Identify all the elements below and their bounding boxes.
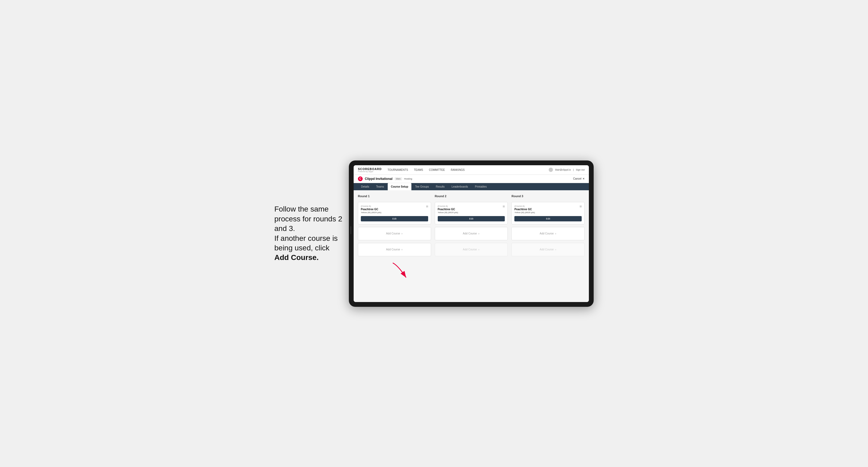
edit-course-button-r3[interactable]: Edit bbox=[514, 216, 582, 221]
add-course-card-r3-slot1[interactable]: Add Course + bbox=[512, 227, 585, 240]
nav-user-area: blair@clippd.io | Sign out bbox=[549, 168, 585, 172]
add-course-card-r1-slot2[interactable]: Add Course + bbox=[358, 243, 431, 256]
sub-header: C Clippd Invitational Men Hosting Cancel… bbox=[354, 175, 589, 183]
add-course-label-r3: Add Course bbox=[540, 232, 554, 235]
rounds-grid: Round 1 (Course A) Peachtree GC Yellow (… bbox=[358, 194, 585, 256]
tab-teams[interactable]: Teams bbox=[373, 183, 387, 190]
tablet-device: SCOREBOARD Powered by clippd TOURNAMENTS… bbox=[349, 160, 594, 307]
close-icon: ✕ bbox=[583, 177, 585, 180]
round-3-label: Round 3 bbox=[512, 194, 585, 198]
nav-links: TOURNAMENTS TEAMS COMMITTEE RANKINGS bbox=[387, 168, 549, 172]
round-2-column: Round 2 (Course A) Peachtree GC Yellow (… bbox=[435, 194, 508, 256]
delete-course-icon-r3[interactable]: ⊠ bbox=[580, 205, 582, 208]
edit-course-button-r2[interactable]: Edit bbox=[438, 216, 505, 221]
main-content: Round 1 (Course A) Peachtree GC Yellow (… bbox=[354, 190, 589, 302]
nav-teams[interactable]: TEAMS bbox=[413, 168, 424, 172]
course-name-r2: Peachtree GC bbox=[438, 208, 458, 211]
instruction-panel: Follow the same process for rounds 2 and… bbox=[274, 205, 349, 262]
nav-committee[interactable]: COMMITTEE bbox=[428, 168, 445, 172]
round-3-course-card: (Course A) Peachtree GC Yellow (M) (6629… bbox=[512, 202, 585, 224]
course-info-r3: (Course A) Peachtree GC Yellow (M) (6629… bbox=[514, 205, 535, 216]
add-course-plus-icon-r3-2: + bbox=[555, 248, 556, 251]
top-navigation: SCOREBOARD Powered by clippd TOURNAMENTS… bbox=[354, 165, 589, 175]
add-course-label: Add Course bbox=[386, 232, 400, 235]
add-course-label-2: Add Course bbox=[386, 248, 400, 251]
tournament-name: Clippd Invitational bbox=[365, 177, 393, 181]
round-1-course-card: (Course A) Peachtree GC Yellow (M) (6629… bbox=[358, 202, 431, 224]
round-1-label: Round 1 bbox=[358, 194, 431, 198]
clippd-logo: C bbox=[358, 177, 363, 181]
course-card-header: (Course A) Peachtree GC Yellow (M) (6629… bbox=[361, 205, 428, 216]
add-course-plus-icon-r3: + bbox=[555, 232, 556, 235]
tablet-screen: SCOREBOARD Powered by clippd TOURNAMENTS… bbox=[354, 165, 589, 302]
course-info: (Course A) Peachtree GC Yellow (M) (6629… bbox=[361, 205, 381, 216]
course-info-r2: (Course A) Peachtree GC Yellow (M) (6629… bbox=[438, 205, 458, 216]
course-card-header-r2: (Course A) Peachtree GC Yellow (M) (6629… bbox=[438, 205, 505, 216]
gender-badge: Men bbox=[395, 177, 402, 180]
edit-course-button-r1[interactable]: Edit bbox=[361, 216, 428, 221]
course-details-r2: Yellow (M) (6629 yds) bbox=[438, 211, 458, 214]
round-2-course-card: (Course A) Peachtree GC Yellow (M) (6629… bbox=[435, 202, 508, 224]
course-name-r3: Peachtree GC bbox=[514, 208, 535, 211]
course-details: Yellow (M) (6629 yds) bbox=[361, 211, 381, 214]
user-email: blair@clippd.io bbox=[555, 168, 571, 171]
add-course-card-r2-slot2: Add Course + bbox=[435, 243, 508, 256]
course-card-header-r3: (Course A) Peachtree GC Yellow (M) (6629… bbox=[514, 205, 582, 216]
add-course-plus-icon: + bbox=[401, 232, 403, 235]
add-course-label-r2: Add Course bbox=[463, 232, 477, 235]
tab-details[interactable]: Details bbox=[358, 183, 373, 190]
round-1-column: Round 1 (Course A) Peachtree GC Yellow (… bbox=[358, 194, 431, 256]
logo-subtitle: Powered by clippd bbox=[358, 170, 381, 173]
course-tag-r3: (Course A) bbox=[514, 205, 535, 207]
tab-results[interactable]: Results bbox=[433, 183, 448, 190]
delete-course-icon-r2[interactable]: ⊠ bbox=[503, 205, 505, 208]
sign-out-link[interactable]: Sign out bbox=[576, 168, 585, 171]
course-tag-r2: (Course A) bbox=[438, 205, 458, 207]
add-course-card-r2-slot1[interactable]: Add Course + bbox=[435, 227, 508, 240]
instruction-text: Follow the same process for rounds 2 and… bbox=[274, 205, 342, 261]
round-3-column: Round 3 (Course A) Peachtree GC Yellow (… bbox=[512, 194, 585, 256]
add-course-card-r3-slot2: Add Course + bbox=[512, 243, 585, 256]
tab-printables[interactable]: Printables bbox=[472, 183, 490, 190]
user-avatar bbox=[549, 168, 553, 172]
course-details-r3: Yellow (M) (6629 yds) bbox=[514, 211, 535, 214]
tab-tee-groups[interactable]: Tee Groups bbox=[412, 183, 432, 190]
add-course-plus-icon-r2-2: + bbox=[478, 248, 479, 251]
delete-course-icon[interactable]: ⊠ bbox=[426, 205, 428, 208]
add-course-card-r1-slot1[interactable]: Add Course + bbox=[358, 227, 431, 240]
cancel-button[interactable]: Cancel ✕ bbox=[573, 177, 585, 180]
tab-course-setup[interactable]: Course Setup bbox=[388, 183, 411, 190]
tab-leaderboards[interactable]: Leaderboards bbox=[448, 183, 471, 190]
nav-tournaments[interactable]: TOURNAMENTS bbox=[387, 168, 408, 172]
nav-separator: | bbox=[573, 168, 574, 171]
scoreboard-logo: SCOREBOARD bbox=[358, 167, 381, 170]
sub-header-left: C Clippd Invitational Men Hosting bbox=[358, 177, 412, 181]
tab-bar: Details Teams Course Setup Tee Groups Re… bbox=[354, 183, 589, 190]
add-course-plus-icon-r2: + bbox=[478, 232, 479, 235]
nav-rankings[interactable]: RANKINGS bbox=[450, 168, 465, 172]
course-tag: (Course A) bbox=[361, 205, 381, 207]
add-course-label-r2-2: Add Course bbox=[463, 248, 477, 251]
logo-area: SCOREBOARD Powered by clippd bbox=[358, 167, 381, 173]
round-2-label: Round 2 bbox=[435, 194, 508, 198]
hosting-badge: Hosting bbox=[404, 178, 412, 180]
add-course-label-r3-2: Add Course bbox=[540, 248, 554, 251]
add-course-plus-icon-2: + bbox=[401, 248, 403, 251]
course-name: Peachtree GC bbox=[361, 208, 381, 211]
